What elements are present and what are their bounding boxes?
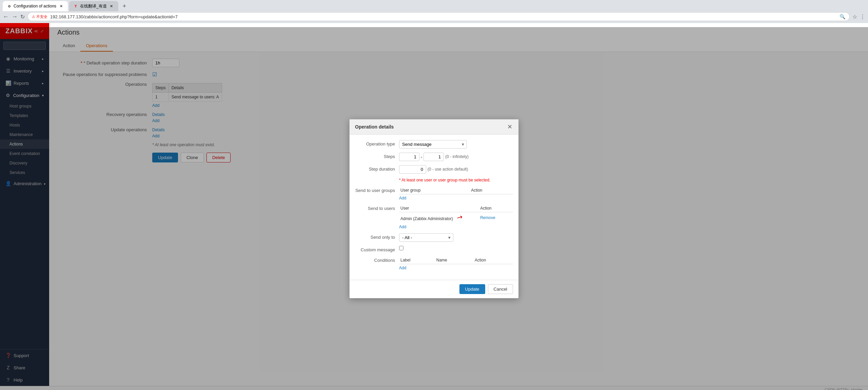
conditions-row: Conditions Label Name Action Add (355, 256, 513, 270)
security-warning-icon: ⚠ 不安全 (32, 14, 47, 19)
validation-note: * At least one user or user group must b… (399, 178, 513, 182)
send-to-user-groups-row: Send to user groups User group Action Ad… (355, 187, 513, 200)
operation-type-select-wrapper: Send message Remote command (399, 140, 467, 149)
send-to-users-field: User Action Admin (Zabbix Administrator)… (399, 204, 513, 229)
send-to-users-label: Send to users (355, 204, 399, 211)
modal-body: Operation type Send message Remote comma… (350, 135, 518, 280)
steps-separator: - (421, 154, 422, 159)
modal-close-button[interactable]: ✕ (506, 123, 513, 130)
tab-bar: ⚙ Configuration of actions ✕ Y 在线翻译_有道 ✕… (0, 0, 868, 12)
menu-icon[interactable]: ⋮ (860, 14, 865, 20)
forward-button[interactable]: → (12, 13, 18, 20)
steps-label: Steps (355, 153, 399, 159)
tab-favicon-active: ⚙ (7, 4, 12, 8)
step-duration-field: (0 - use action default) (399, 165, 513, 174)
tab-favicon-inactive: Y (73, 4, 78, 8)
search-icon: 🔍 (840, 14, 845, 19)
tab-close-active[interactable]: ✕ (58, 3, 64, 9)
step-duration-input[interactable] (399, 165, 426, 174)
tab-label-inactive: 在线翻译_有道 (80, 3, 107, 9)
steps-to-input[interactable] (423, 153, 444, 161)
steps-from-input[interactable] (399, 153, 419, 161)
steps-hint: (0 - infinitely) (445, 154, 469, 159)
send-only-to-label: Send only to (355, 233, 399, 240)
user-action-cell: Remove (479, 212, 513, 223)
tab-label-active: Configuration of actions (14, 4, 56, 8)
refresh-button[interactable]: ↻ (20, 14, 25, 20)
conditions-field: Label Name Action Add (399, 256, 513, 270)
operation-type-row: Operation type Send message Remote comma… (355, 140, 513, 149)
modal-footer: Update Cancel (350, 280, 518, 298)
send-only-to-row: Send only to - All - SMS Email (355, 233, 513, 242)
action-col-cond: Action (473, 256, 513, 264)
users-table: User Action Admin (Zabbix Administrator)… (399, 204, 513, 223)
send-only-to-select[interactable]: - All - SMS Email (399, 233, 453, 242)
conditions-table: Label Name Action (399, 256, 513, 264)
operation-type-field: Send message Remote command (399, 140, 513, 149)
send-to-users-row: Send to users User Action Adm (355, 204, 513, 229)
step-duration-row: Step duration (0 - use action default) (355, 165, 513, 174)
name-col: Name (435, 256, 473, 264)
user-remove-link[interactable]: Remove (480, 215, 495, 220)
send-to-user-groups-label: Send to user groups (355, 187, 399, 193)
user-groups-table: User group Action (399, 187, 513, 194)
operation-type-label: Operation type (355, 140, 399, 147)
operation-type-select[interactable]: Send message Remote command (399, 140, 467, 149)
modal-cancel-button[interactable]: Cancel (488, 284, 513, 294)
user-group-col: User group (399, 187, 470, 194)
browser-chrome: ⚙ Configuration of actions ✕ Y 在线翻译_有道 ✕… (0, 0, 868, 23)
modal-header: Operation details ✕ (350, 119, 518, 135)
steps-field: - (0 - infinitely) (399, 153, 513, 161)
operation-details-modal: Operation details ✕ Operation type Send … (349, 119, 519, 298)
step-duration-inputs: (0 - use action default) (399, 165, 513, 174)
custom-message-field (399, 246, 513, 251)
action-col-ug: Action (470, 187, 513, 194)
user-row-admin: Admin (Zabbix Administrator) ↙ Remove (399, 212, 513, 223)
conditions-label: Conditions (355, 256, 399, 263)
star-icon[interactable]: ☆ (852, 14, 857, 20)
modal-title: Operation details (355, 124, 394, 130)
user-col: User (399, 204, 479, 212)
custom-message-row: Custom message (355, 246, 513, 252)
send-to-user-groups-field: User group Action Add (399, 187, 513, 200)
user-name-cell: Admin (Zabbix Administrator) ↙ (399, 212, 479, 223)
step-duration-label: Step duration (355, 165, 399, 172)
tab-inactive[interactable]: Y 在线翻译_有道 ✕ (69, 1, 118, 11)
tab-active[interactable]: ⚙ Configuration of actions ✕ (3, 1, 68, 11)
modal-overlay: Operation details ✕ Operation type Send … (0, 27, 868, 390)
new-tab-button[interactable]: + (120, 1, 129, 11)
conditions-add-link[interactable]: Add (399, 266, 406, 270)
user-group-add-link[interactable]: Add (399, 196, 406, 200)
user-name: Admin (Zabbix Administrator) (400, 216, 453, 221)
red-arrow-icon: ↙ (455, 213, 464, 222)
custom-message-checkbox[interactable] (399, 246, 403, 250)
label-col: Label (399, 256, 435, 264)
tab-close-inactive[interactable]: ✕ (109, 3, 114, 9)
custom-message-label: Custom message (355, 246, 399, 252)
send-only-to-select-wrapper: - All - SMS Email (399, 233, 453, 242)
back-button[interactable]: ← (3, 13, 9, 20)
address-bar-url[interactable]: 192.168.177.130/zabbix/actionconf.php?fo… (50, 14, 837, 19)
modal-update-button[interactable]: Update (459, 284, 485, 294)
steps-row-container: Steps - (0 - infinitely) (355, 153, 513, 161)
steps-inputs: - (0 - infinitely) (399, 153, 513, 161)
action-col-users: Action (479, 204, 513, 212)
user-add-link[interactable]: Add (399, 225, 406, 229)
step-duration-hint: (0 - use action default) (428, 167, 468, 172)
send-only-to-field: - All - SMS Email (399, 233, 513, 242)
